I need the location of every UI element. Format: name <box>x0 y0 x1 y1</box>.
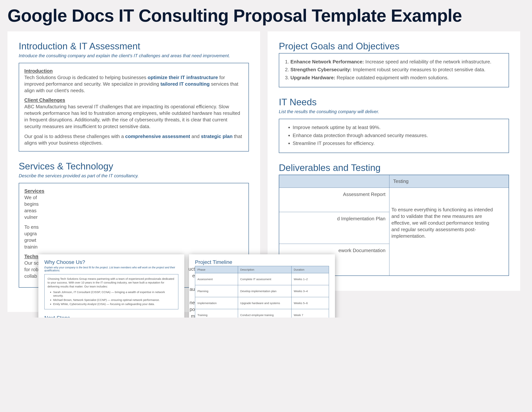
intro-box: Introduction Tech Solutions Group is ded… <box>19 63 249 151</box>
text: Tech Solutions Group is dedicated to hel… <box>24 75 148 80</box>
challenges-paragraph: ABC Manufacturing has several IT challen… <box>24 103 243 130</box>
text: Our goal is to address these challenges … <box>24 133 125 139</box>
needs-heading: IT Needs <box>279 97 509 108</box>
table-cell: d Implementation Plan To ensure everythi… <box>279 212 389 244</box>
table-header <box>279 175 389 188</box>
goal-text: Implement robust security measures to pr… <box>352 67 485 72</box>
text: au <box>190 286 195 292</box>
team-item: Sarah Johnson, IT Consultant (CISSP, CCN… <box>53 290 175 298</box>
text: To ens <box>24 224 39 230</box>
goals-list: Enhance Network Performance: Increase sp… <box>285 58 503 81</box>
text: upgra <box>24 231 37 236</box>
table-cell: Develop implementation plan <box>238 285 291 297</box>
table-header: Testing <box>389 175 509 188</box>
text: for rob <box>24 267 38 272</box>
highlight: comprehensive assessment <box>125 133 190 139</box>
why-box: Choosing Tech Solutions Group means part… <box>44 274 178 309</box>
needs-subheading: List the results the consulting company … <box>279 109 509 114</box>
team-item: Michael Brown, Network Specialist (CCNP)… <box>53 298 175 302</box>
text: areas <box>24 208 37 213</box>
need-item: Improve network uptime by at least 99%. <box>293 124 503 131</box>
testing-text: To ensure everything is functioning as i… <box>391 206 496 239</box>
services-subheading: Describe the services provided as part o… <box>19 173 249 178</box>
table-cell: Training <box>195 309 238 318</box>
page-title: Google Docs IT Consulting Proposal Templ… <box>8 6 524 26</box>
table-row: PlanningDevelop implementation planWeeks… <box>195 285 329 297</box>
goal-item: Upgrade Hardware: Replace outdated equip… <box>290 74 503 81</box>
needs-list: Improve network uptime by at least 99%. … <box>285 124 503 147</box>
table-cell: Assessment <box>195 273 238 285</box>
table-cell: Planning <box>195 285 238 297</box>
highlight: optimize their IT infrastructure <box>148 75 218 80</box>
goal-bold: Enhance Network Performance: <box>290 59 364 65</box>
next-steps-heading: Next Steps <box>44 315 178 318</box>
table-row: d Implementation Plan To ensure everythi… <box>279 212 509 244</box>
intro-heading: Introduction & IT Assessment <box>19 41 249 52</box>
table-cell: Complete IT assessment <box>238 273 291 285</box>
text: m <box>191 313 195 318</box>
text: po <box>190 307 195 312</box>
goal-paragraph: Our goal is to address these challenges … <box>24 133 243 146</box>
services-fragment-2: To ens upgra growt trainin <box>24 224 243 250</box>
team-item: Emily White, Cybersecurity Analyst (CISA… <box>53 302 175 306</box>
text: Our so <box>24 260 39 266</box>
table-cell: Weeks 1–2 <box>291 273 329 285</box>
cell-text: d Implementation Plan <box>337 216 385 221</box>
fragment-column: uct e au ne po m co ros <box>188 266 195 318</box>
table-header: Description <box>238 266 291 273</box>
text: ne <box>190 300 195 305</box>
why-heading: Why Choose Us? <box>44 259 178 265</box>
text: growt <box>24 237 36 243</box>
text: uct <box>189 266 195 272</box>
goal-text: Increase speed and reliability of the ne… <box>364 59 491 65</box>
goal-text: Replace outdated equipment with modern s… <box>335 75 449 80</box>
table-cell: Upgrade hardware and systems <box>238 297 291 309</box>
highlight: tailored IT consulting <box>160 81 209 87</box>
why-paragraph: Choosing Tech Solutions Group means part… <box>48 277 175 288</box>
timeline-heading: Project Timeline <box>195 259 329 265</box>
mini-page-timeline: uct e au ne po m co ros Project Timeline… <box>189 254 335 318</box>
intro-subheading: Introduce the consulting company and exp… <box>19 53 249 58</box>
goals-heading: Project Goals and Objectives <box>279 41 509 52</box>
why-subheading: Explain why your company is the best fit… <box>44 266 178 272</box>
table-cell: Week 7 <box>291 309 329 318</box>
goal-bold: Upgrade Hardware: <box>290 75 335 80</box>
timeline-table: Phase Description Duration AssessmentCom… <box>195 266 329 318</box>
table-header: Phase <box>195 266 238 273</box>
pages-container: Introduction & IT Assessment Introduce t… <box>8 31 524 312</box>
table-cell: Weeks 3–4 <box>291 285 329 297</box>
services-fragment: We of begins areas vulner <box>24 194 243 221</box>
table-row: AssessmentComplete IT assessmentWeeks 1–… <box>195 273 329 285</box>
goals-box: Enhance Network Performance: Increase sp… <box>279 53 509 87</box>
table-cell: Weeks 5–6 <box>291 297 329 309</box>
table-row: ImplementationUpgrade hardware and syste… <box>195 297 329 309</box>
introduction-label: Introduction <box>24 68 243 74</box>
goal-item: Strengthen Cybersecurity: Implement robu… <box>290 66 503 73</box>
deliverables-heading: Deliverables and Testing <box>279 162 509 173</box>
text: trainin <box>24 244 38 250</box>
mini-page-why: Why Choose Us? Explain why your company … <box>38 254 184 318</box>
needs-box: Improve network uptime by at least 99%. … <box>279 119 509 153</box>
table-cell: Implementation <box>195 297 238 309</box>
intro-paragraph: Tech Solutions Group is dedicated to hel… <box>24 74 243 94</box>
goal-item: Enhance Network Performance: Increase sp… <box>290 58 503 65</box>
highlight: strategic plan <box>201 133 233 139</box>
need-item: Streamline IT processes for efficiency. <box>293 140 503 147</box>
table-header-row: Testing <box>279 175 509 188</box>
table-row: TrainingConduct employee trainingWeek 7 <box>195 309 329 318</box>
text: vulner <box>24 214 38 220</box>
table-header: Duration <box>291 266 329 273</box>
team-list: Sarah Johnson, IT Consultant (CISSP, CCN… <box>48 290 175 306</box>
table-header-row: Phase Description Duration <box>195 266 329 273</box>
goal-bold: Strengthen Cybersecurity: <box>290 67 352 72</box>
services-label: Services <box>24 188 243 194</box>
table-cell: Conduct employee training <box>238 309 291 318</box>
services-heading: Services & Technology <box>19 161 249 172</box>
text: e <box>192 273 195 279</box>
text: begins <box>24 201 39 207</box>
need-item: Enhance data protection through advanced… <box>293 132 503 139</box>
challenges-label: Client Challenges <box>24 97 243 103</box>
table-cell: Assessment Report <box>279 188 389 212</box>
page-right: Project Goals and Objectives Enhance Net… <box>268 31 520 291</box>
text: and <box>190 133 201 139</box>
